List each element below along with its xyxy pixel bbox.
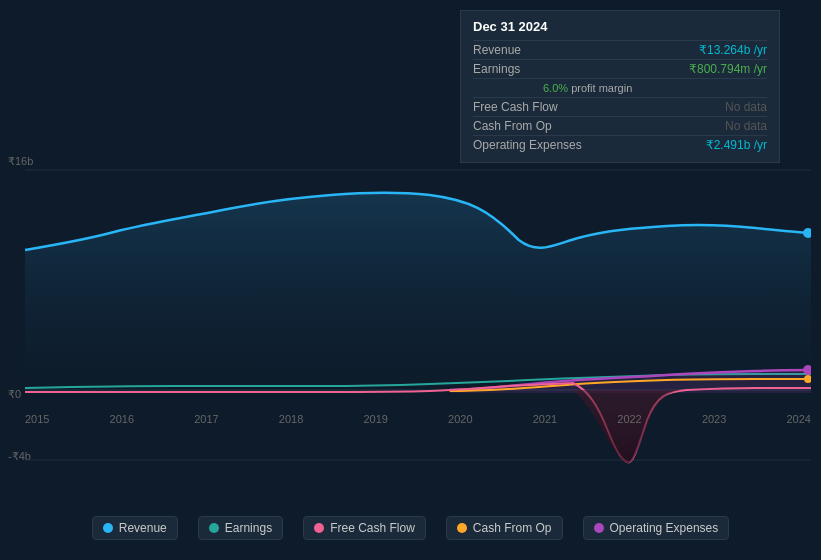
tooltip-fcf-label: Free Cash Flow [473,100,558,114]
x-label-2024: 2024 [786,413,810,425]
legend-opex-label: Operating Expenses [610,521,719,535]
chart-container: ₹16b ₹0 -₹4b [0,0,821,510]
tooltip-earnings-row: Earnings ₹800.794m /yr [473,59,767,78]
legend-revenue[interactable]: Revenue [92,516,178,540]
x-label-2016: 2016 [110,413,134,425]
tooltip-cashfromop-label: Cash From Op [473,119,552,133]
chart-legend: Revenue Earnings Free Cash Flow Cash Fro… [0,516,821,540]
legend-revenue-label: Revenue [119,521,167,535]
x-label-2019: 2019 [363,413,387,425]
legend-opex[interactable]: Operating Expenses [583,516,730,540]
legend-opex-dot [594,523,604,533]
tooltip-revenue-value: ₹13.264b /yr [699,43,767,57]
x-label-2021: 2021 [533,413,557,425]
legend-revenue-dot [103,523,113,533]
tooltip-opex-value: ₹2.491b /yr [706,138,767,152]
tooltip-box: Dec 31 2024 Revenue ₹13.264b /yr Earning… [460,10,780,163]
x-label-2020: 2020 [448,413,472,425]
x-axis-labels: 2015 2016 2017 2018 2019 2020 2021 2022 … [25,413,811,425]
x-label-2015: 2015 [25,413,49,425]
x-label-2023: 2023 [702,413,726,425]
legend-cashfromop-label: Cash From Op [473,521,552,535]
tooltip-fcf-value: No data [725,100,767,114]
x-label-2018: 2018 [279,413,303,425]
tooltip-profit-margin: 6.0% profit margin [543,82,632,94]
tooltip-earnings-label: Earnings [473,62,520,76]
tooltip-margin-row: 6.0% profit margin [473,78,767,97]
legend-earnings[interactable]: Earnings [198,516,283,540]
tooltip-fcf-row: Free Cash Flow No data [473,97,767,116]
tooltip-date: Dec 31 2024 [473,19,767,34]
tooltip-opex-row: Operating Expenses ₹2.491b /yr [473,135,767,154]
legend-fcf-label: Free Cash Flow [330,521,415,535]
legend-fcf[interactable]: Free Cash Flow [303,516,426,540]
tooltip-revenue-row: Revenue ₹13.264b /yr [473,40,767,59]
legend-earnings-dot [209,523,219,533]
legend-earnings-label: Earnings [225,521,272,535]
tooltip-earnings-value: ₹800.794m /yr [689,62,767,76]
tooltip-cashfromop-value: No data [725,119,767,133]
legend-fcf-dot [314,523,324,533]
legend-cashfromop[interactable]: Cash From Op [446,516,563,540]
tooltip-revenue-label: Revenue [473,43,521,57]
x-label-2022: 2022 [617,413,641,425]
y-label-mid: ₹0 [8,388,21,401]
tooltip-cashfromop-row: Cash From Op No data [473,116,767,135]
tooltip-opex-label: Operating Expenses [473,138,582,152]
legend-cashfromop-dot [457,523,467,533]
x-label-2017: 2017 [194,413,218,425]
